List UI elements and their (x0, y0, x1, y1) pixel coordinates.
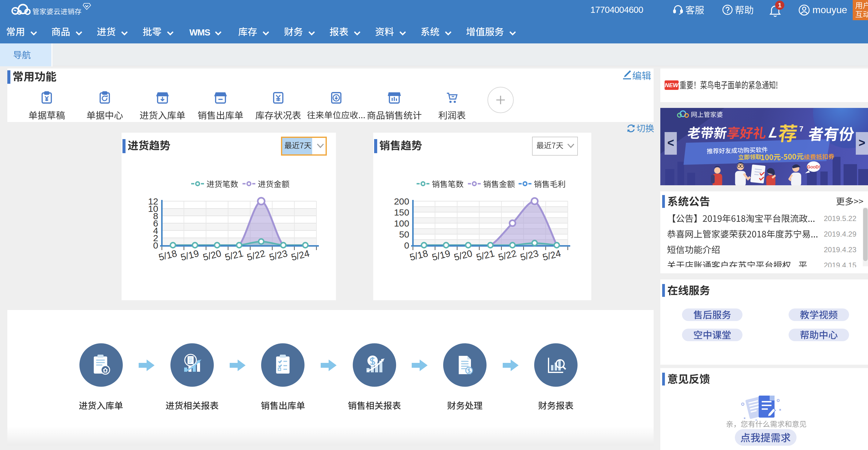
svg-text:GOOD!: GOOD! (807, 165, 820, 169)
